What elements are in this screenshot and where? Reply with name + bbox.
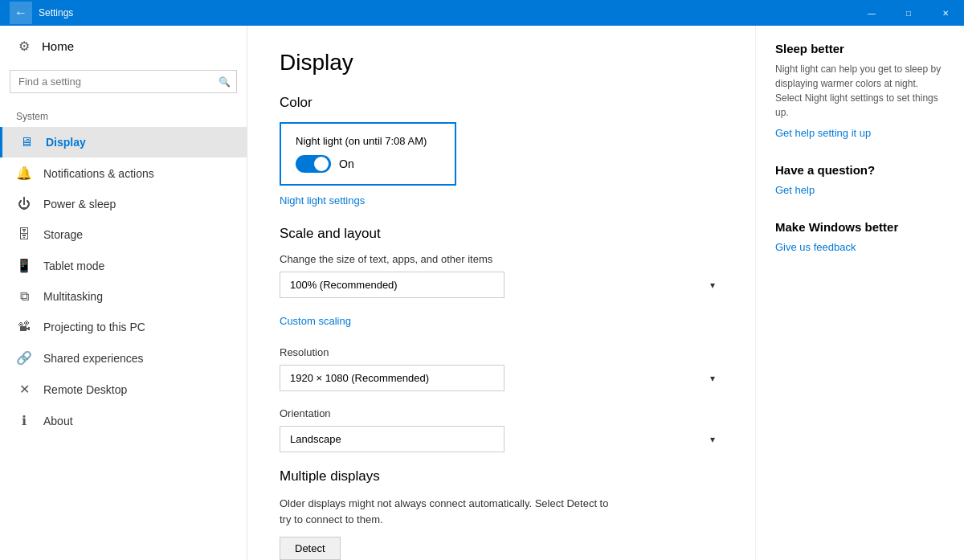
sidebar-home[interactable]: ⚙ Home	[0, 26, 247, 67]
sidebar-item-label: Tablet mode	[43, 260, 104, 272]
right-section-sleep: Sleep better Night light can help you ge…	[775, 42, 945, 139]
sidebar-item-label: Notifications & actions	[43, 167, 154, 180]
resolution-dropdown-arrow: ▾	[710, 373, 715, 384]
sidebar-item-multitasking[interactable]: ⧉ Multitasking	[0, 281, 247, 312]
sidebar-item-label: Power & sleep	[43, 198, 116, 211]
resolution-label: Resolution	[280, 346, 723, 358]
main-layout: ⚙ Home 🔍 System 🖥 Display 🔔 Notification…	[0, 26, 964, 560]
detect-button[interactable]: Detect	[280, 537, 341, 560]
sidebar-item-projecting[interactable]: 📽 Projecting to this PC	[0, 312, 247, 342]
night-light-box: Night light (on until 7:08 AM) On	[280, 122, 456, 186]
back-button[interactable]: ←	[10, 2, 32, 24]
orientation-label: Orientation	[280, 407, 723, 419]
get-help-setup-link[interactable]: Get help setting it up	[775, 127, 871, 139]
tablet-icon: 📱	[16, 258, 32, 273]
sidebar: ⚙ Home 🔍 System 🖥 Display 🔔 Notification…	[0, 26, 247, 560]
question-title: Have a question?	[775, 163, 945, 177]
toggle-row: On	[296, 155, 440, 173]
sidebar-item-display[interactable]: 🖥 Display	[0, 127, 247, 157]
right-section-question: Have a question? Get help	[775, 163, 945, 196]
night-light-label: Night light (on until 7:08 AM)	[296, 135, 440, 147]
right-panel: Sleep better Night light can help you ge…	[755, 26, 964, 560]
toggle-text: On	[339, 157, 354, 170]
resolution-dropdown[interactable]: 1920 × 1080 (Recommended) 1280 × 1024 10…	[280, 365, 504, 391]
multiple-displays-title: Multiple displays	[280, 468, 723, 484]
scale-field: Change the size of text, apps, and other…	[280, 253, 723, 298]
sidebar-item-tablet[interactable]: 📱 Tablet mode	[0, 250, 247, 281]
app-title: Settings	[39, 7, 73, 18]
sidebar-item-label: Multitasking	[43, 290, 103, 303]
page-title: Display	[280, 50, 723, 76]
sidebar-item-about[interactable]: ℹ About	[0, 405, 247, 436]
sidebar-item-label: Remote Desktop	[43, 383, 127, 396]
window-controls: — □ ✕	[853, 0, 964, 26]
storage-icon: 🗄	[16, 227, 32, 242]
sidebar-item-label: Display	[46, 136, 86, 149]
night-light-settings-link[interactable]: Night light settings	[280, 194, 365, 206]
orientation-dropdown[interactable]: Landscape Portrait Landscape (flipped) P…	[280, 426, 504, 452]
sleep-title: Sleep better	[775, 42, 945, 55]
shared-icon: 🔗	[16, 350, 32, 366]
sidebar-search-container: 🔍	[10, 70, 237, 93]
color-section-title: Color	[280, 95, 723, 111]
multitasking-icon: ⧉	[16, 289, 32, 304]
home-label: Home	[42, 39, 74, 53]
minimize-button[interactable]: —	[853, 0, 890, 26]
scale-dropdown-wrap: 100% (Recommended) 125% 150% 175% ▾	[280, 272, 723, 298]
sidebar-item-storage[interactable]: 🗄 Storage	[0, 219, 247, 250]
maximize-button[interactable]: □	[890, 0, 927, 26]
display-icon: 🖥	[18, 135, 35, 149]
scale-dropdown[interactable]: 100% (Recommended) 125% 150% 175%	[280, 272, 504, 298]
sidebar-item-notifications[interactable]: 🔔 Notifications & actions	[0, 157, 247, 189]
home-icon: ⚙	[16, 39, 32, 54]
sidebar-section-label: System	[0, 103, 247, 127]
notifications-icon: 🔔	[16, 166, 32, 181]
sidebar-item-power[interactable]: ⏻ Power & sleep	[0, 189, 247, 219]
close-button[interactable]: ✕	[927, 0, 964, 26]
titlebar: ← Settings — □ ✕	[0, 0, 964, 26]
feedback-title: Make Windows better	[775, 220, 945, 234]
search-input[interactable]	[10, 70, 237, 93]
projecting-icon: 📽	[16, 320, 32, 334]
orientation-dropdown-wrap: Landscape Portrait Landscape (flipped) P…	[280, 426, 723, 452]
scale-section-title: Scale and layout	[280, 226, 723, 242]
resolution-dropdown-wrap: 1920 × 1080 (Recommended) 1280 × 1024 10…	[280, 365, 723, 391]
search-icon: 🔍	[219, 76, 231, 88]
sidebar-item-label: Shared experiences	[43, 352, 144, 365]
scale-desc: Change the size of text, apps, and other…	[280, 253, 723, 265]
give-feedback-link[interactable]: Give us feedback	[775, 241, 856, 253]
titlebar-left: ← Settings	[10, 2, 73, 24]
scale-dropdown-arrow: ▾	[710, 280, 715, 291]
night-light-toggle[interactable]	[296, 155, 331, 173]
resolution-field: Resolution 1920 × 1080 (Recommended) 128…	[280, 346, 723, 391]
orientation-dropdown-arrow: ▾	[710, 434, 715, 445]
custom-scaling-link[interactable]: Custom scaling	[280, 315, 351, 327]
sidebar-item-label: About	[43, 415, 73, 427]
right-section-feedback: Make Windows better Give us feedback	[775, 220, 945, 253]
content-area: Display Color Night light (on until 7:08…	[247, 26, 755, 560]
orientation-field: Orientation Landscape Portrait Landscape…	[280, 407, 723, 452]
get-help-link[interactable]: Get help	[775, 184, 815, 196]
sidebar-item-shared[interactable]: 🔗 Shared experiences	[0, 342, 247, 374]
remote-icon: ✕	[16, 382, 32, 397]
multiple-displays-desc: Older displays might not always connect …	[280, 496, 617, 527]
sleep-desc: Night light can help you get to sleep by…	[775, 62, 945, 120]
power-icon: ⏻	[16, 197, 32, 211]
sidebar-item-label: Projecting to this PC	[43, 321, 145, 333]
sidebar-item-remote[interactable]: ✕ Remote Desktop	[0, 374, 247, 405]
about-icon: ℹ	[16, 413, 32, 428]
sidebar-item-label: Storage	[43, 228, 83, 241]
